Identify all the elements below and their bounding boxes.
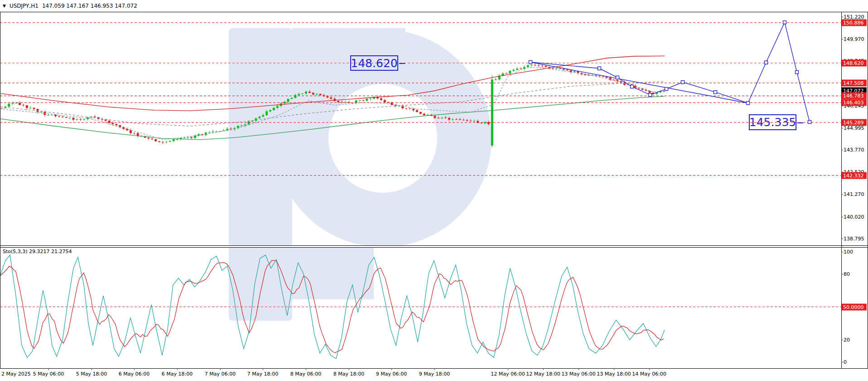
time-axis-label: 9 May 18:00 xyxy=(419,371,450,377)
price-axis-tick-mark xyxy=(841,128,843,128)
time-axis-tick-mark xyxy=(434,368,435,370)
time-axis-tick-mark xyxy=(263,368,263,370)
price-pane[interactable] xyxy=(0,21,841,321)
callout-connector xyxy=(399,63,405,64)
price-label-callout-148[interactable]: 148.620 xyxy=(350,55,398,71)
left-border xyxy=(0,12,0,368)
time-axis-label: 2 May 2025 xyxy=(1,371,31,377)
price-axis-tick-label: 141.270 xyxy=(844,191,864,197)
callout-text: 145.335 xyxy=(749,116,796,129)
symbol-dropdown-icon[interactable]: ▼ xyxy=(3,4,6,8)
forecast-marker[interactable] xyxy=(747,102,750,105)
time-axis-label: 13 May 18:00 xyxy=(597,371,631,377)
price-axis-tick-label: 151.220 xyxy=(844,14,864,20)
title-bar: ▼ USDJPY,H1 147.059 147.167 146.953 147.… xyxy=(0,0,868,12)
callout-connector xyxy=(797,122,803,123)
stoch-axis-tick-mark xyxy=(841,274,843,274)
price-axis-tick-mark xyxy=(841,17,843,17)
price-axis-tick-label: 143.770 xyxy=(844,147,864,152)
stoch-level-badge: 50.0000 xyxy=(842,303,867,310)
forecast-marker[interactable] xyxy=(808,120,811,123)
indicator-label: Sto(5,3,3) 29.3217 21.2754 xyxy=(3,249,72,254)
level-price-badge: 148.620 xyxy=(842,60,867,67)
level-price-badge: 150.886 xyxy=(842,19,867,26)
callout-text: 148.620 xyxy=(351,57,397,70)
price-axis-tick-label: 149.970 xyxy=(844,36,864,42)
time-axis-label: 12 May 18:00 xyxy=(526,371,560,377)
price-axis-tick-mark xyxy=(841,150,843,150)
time-axis-tick-mark xyxy=(92,368,92,370)
stoch-axis-tick-mark xyxy=(841,252,843,252)
time-axis-label: 14 May 06:00 xyxy=(632,371,666,377)
time-axis-tick-mark xyxy=(48,368,49,370)
time-axis-tick-mark xyxy=(134,368,135,370)
chart-ohlc-values: 147.059 147.167 146.953 147.072 xyxy=(42,3,137,9)
time-axis-label: 6 May 06:00 xyxy=(119,371,149,377)
forecast-marker[interactable] xyxy=(714,91,717,94)
time-axis-label: 6 May 18:00 xyxy=(162,371,193,377)
stoch-axis-tick-label: 0 xyxy=(844,359,847,365)
time-axis-tick-mark xyxy=(579,368,579,370)
time-axis-label: 7 May 06:00 xyxy=(205,371,236,377)
price-axis-tick-label: 140.020 xyxy=(844,214,864,220)
time-axis-label: 8 May 18:00 xyxy=(333,371,364,377)
time-axis-tick-mark xyxy=(543,368,544,370)
time-axis-label: 5 May 18:00 xyxy=(76,371,107,377)
forecast-marker[interactable] xyxy=(649,93,652,97)
forecast-marker[interactable] xyxy=(765,61,768,64)
price-axis-tick-label: 138.795 xyxy=(844,235,864,241)
forecast-marker[interactable] xyxy=(529,61,532,64)
time-axis-label: 13 May 06:00 xyxy=(561,371,595,377)
stoch-axis-tick-label: 100 xyxy=(844,249,853,255)
forecast-marker[interactable] xyxy=(616,76,619,79)
time-axis-label: 8 May 06:00 xyxy=(290,371,321,377)
price-axis-tick-mark xyxy=(841,39,843,39)
time-axis-label: 5 May 06:00 xyxy=(33,371,64,377)
stoch-axis-tick-label: 80 xyxy=(844,271,850,277)
chart-symbol: USDJPY,H1 xyxy=(10,3,39,9)
price-axis-tick-mark xyxy=(841,194,843,195)
time-axis-label: 7 May 18:00 xyxy=(247,371,278,377)
time-axis-tick-mark xyxy=(391,368,392,370)
time-axis-tick-mark xyxy=(508,368,508,370)
main-chart-svg[interactable] xyxy=(0,0,868,381)
time-axis-label: 12 May 06:00 xyxy=(491,371,525,377)
price-axis-tick-mark xyxy=(841,239,843,239)
stoch-axis-tick-label: 20 xyxy=(844,337,850,343)
stoch-axis-tick-mark xyxy=(841,362,843,362)
pane-divider[interactable] xyxy=(0,245,868,246)
time-axis-tick-mark xyxy=(649,368,650,370)
forecast-marker[interactable] xyxy=(796,71,799,74)
time-axis-border xyxy=(0,368,868,369)
forecast-marker[interactable] xyxy=(665,88,668,91)
price-axis-tick-mark xyxy=(841,217,843,217)
level-price-badge: 146.403 xyxy=(842,99,867,106)
price-label-callout-145[interactable]: 145.335 xyxy=(749,114,796,130)
forecast-marker[interactable] xyxy=(681,81,685,84)
forecast-marker[interactable] xyxy=(598,67,601,70)
level-price-badge: 145.289 xyxy=(842,119,867,126)
forecast-marker[interactable] xyxy=(783,21,786,24)
time-axis-tick-mark xyxy=(349,368,349,370)
chart-window: ▼ USDJPY,H1 147.059 147.167 146.953 147.… xyxy=(0,0,868,381)
time-axis-tick-mark xyxy=(220,368,221,370)
forecast-marker[interactable] xyxy=(631,85,634,88)
time-axis-label: 9 May 06:00 xyxy=(376,371,407,377)
pane-divider-2[interactable] xyxy=(0,247,868,248)
level-price-badge: 146.783 xyxy=(842,93,867,99)
stoch-axis-tick-mark xyxy=(841,340,843,340)
level-price-badge: 142.332 xyxy=(842,172,867,179)
time-axis-tick-mark xyxy=(306,368,306,370)
time-axis-tick-mark xyxy=(614,368,614,370)
level-price-badge: 147.508 xyxy=(842,79,867,86)
pane-top-border xyxy=(0,12,868,12)
time-axis-tick-mark xyxy=(177,368,178,370)
